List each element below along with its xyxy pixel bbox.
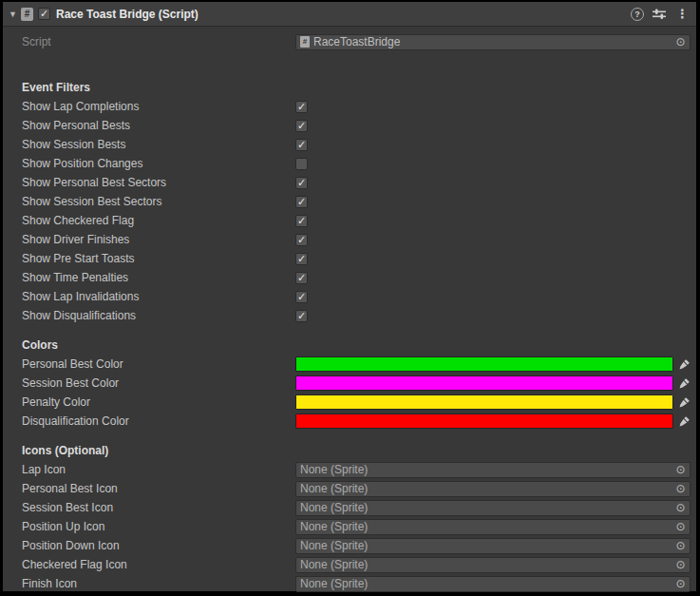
check-icon: ✓: [297, 273, 306, 283]
object-picker-icon[interactable]: ⊙: [674, 464, 687, 476]
sprite-object-field[interactable]: None (Sprite)⊙: [295, 576, 691, 592]
property-row: Penalty Color: [3, 393, 696, 412]
property-value: ✓: [295, 310, 691, 322]
check-icon: ✓: [297, 235, 306, 245]
property-value: ✓: [295, 291, 691, 303]
property-label: Disqualification Color: [22, 414, 295, 428]
sprite-object-field[interactable]: None (Sprite)⊙: [295, 481, 691, 497]
object-field-value: None (Sprite): [300, 482, 674, 495]
property-label: Show Lap Invalidations: [22, 290, 295, 303]
property-label: Show Checkered Flag: [22, 214, 295, 227]
object-picker-icon[interactable]: ⊙: [674, 502, 687, 514]
property-value: ✓: [295, 177, 691, 189]
section-header: Icons (Optional): [3, 443, 696, 458]
check-icon: ✓: [297, 102, 306, 112]
kebab-menu-icon[interactable]: ⋮: [674, 7, 691, 21]
checkbox[interactable]: ✓: [295, 177, 308, 189]
property-label: Checkered Flag Icon: [22, 558, 295, 571]
help-icon[interactable]: ?: [631, 8, 644, 21]
checkbox[interactable]: ✓: [295, 196, 308, 208]
checkbox[interactable]: ✓: [295, 272, 308, 284]
property-value: None (Sprite)⊙: [295, 576, 691, 592]
object-field-value: None (Sprite): [300, 501, 674, 514]
section-header: Colors: [3, 337, 696, 353]
object-field-value: RaceToastBridge: [313, 35, 674, 48]
object-picker-icon[interactable]: ⊙: [674, 521, 687, 533]
property-row: Show Time Penalties✓: [3, 268, 696, 287]
property-row: Show Session Bests✓: [3, 135, 696, 154]
property-value: ✓: [295, 139, 691, 151]
object-picker-icon[interactable]: ⊙: [674, 559, 687, 571]
color-swatch[interactable]: [295, 413, 673, 429]
color-swatch[interactable]: [295, 375, 673, 391]
property-row: Checkered Flag IconNone (Sprite)⊙: [3, 555, 696, 574]
component-title: Race Toast Bridge (Script): [56, 8, 631, 21]
checkbox[interactable]: ✓: [295, 291, 308, 303]
eyedropper-icon[interactable]: [673, 358, 691, 371]
check-icon: ✓: [297, 254, 306, 264]
sprite-object-field[interactable]: None (Sprite)⊙: [295, 519, 691, 535]
color-swatch[interactable]: [295, 394, 673, 410]
property-label: Show Time Penalties: [22, 271, 295, 284]
component-header[interactable]: ▼ # ✓ Race Toast Bridge (Script) ? ⋮: [3, 2, 696, 27]
object-picker-icon[interactable]: ⊙: [674, 540, 687, 552]
property-label: Show Personal Bests: [22, 119, 295, 132]
check-icon: ✓: [297, 216, 306, 226]
property-row: Personal Best Color: [3, 355, 696, 374]
sprite-object-field[interactable]: None (Sprite)⊙: [295, 500, 691, 516]
foldout-arrow-icon[interactable]: ▼: [9, 10, 21, 19]
checkbox[interactable]: ✓: [295, 101, 308, 113]
eyedropper-icon[interactable]: [673, 377, 691, 390]
checkbox[interactable]: ✓: [295, 234, 308, 246]
property-row: Show Lap Completions✓: [3, 97, 696, 116]
property-row: Lap IconNone (Sprite)⊙: [3, 460, 696, 479]
property-value: None (Sprite)⊙: [295, 519, 691, 535]
property-row: Position Down IconNone (Sprite)⊙: [3, 536, 696, 555]
object-picker-icon[interactable]: ⊙: [674, 578, 687, 590]
property-label: Show Session Best Sectors: [22, 195, 295, 208]
property-label: Show Disqualifications: [22, 309, 295, 322]
property-row: Session Best IconNone (Sprite)⊙: [3, 498, 696, 517]
property-value: ✓: [295, 253, 691, 265]
property-value: ✓: [295, 120, 691, 132]
check-icon: ✓: [40, 9, 48, 19]
property-label: Finish Icon: [22, 577, 295, 590]
property-value: None (Sprite)⊙: [295, 481, 691, 497]
checkbox[interactable]: ✓: [295, 139, 308, 151]
property-row: Show Personal Bests✓: [3, 116, 696, 135]
property-label: Penalty Color: [22, 395, 295, 409]
checkbox[interactable]: ✓: [295, 120, 308, 132]
property-label: Lap Icon: [22, 463, 295, 476]
sprite-object-field[interactable]: None (Sprite)⊙: [295, 557, 691, 573]
property-label: Show Pre Start Toasts: [22, 252, 295, 265]
object-picker-icon[interactable]: ⊙: [674, 483, 687, 495]
script-object-field[interactable]: # RaceToastBridge ⊙: [295, 34, 691, 50]
presets-icon[interactable]: [653, 9, 666, 20]
object-picker-icon[interactable]: ⊙: [674, 36, 687, 48]
property-label: Session Best Color: [22, 376, 295, 390]
property-label: Show Personal Best Sectors: [22, 176, 295, 189]
script-icon: #: [21, 8, 33, 21]
property-label: Show Lap Completions: [22, 100, 295, 113]
property-row: Session Best Color: [3, 374, 696, 393]
property-value: ✓: [295, 234, 691, 246]
property-value: None (Sprite)⊙: [295, 538, 691, 554]
property-label: Position Up Icon: [22, 520, 295, 533]
eyedropper-icon[interactable]: [673, 396, 691, 409]
object-field-value: None (Sprite): [300, 577, 674, 590]
sprite-object-field[interactable]: None (Sprite)⊙: [295, 538, 691, 554]
eyedropper-icon[interactable]: [673, 415, 691, 428]
checkbox[interactable]: ✓: [295, 310, 308, 322]
check-icon: ✓: [297, 178, 306, 188]
sections-container: Event FiltersShow Lap Completions✓Show P…: [3, 80, 696, 593]
component-enabled-checkbox[interactable]: ✓: [38, 8, 50, 20]
checkbox[interactable]: ✓: [295, 253, 308, 265]
property-value: ✓: [295, 101, 691, 113]
property-row: Disqualification Color: [3, 412, 696, 431]
sprite-object-field[interactable]: None (Sprite)⊙: [295, 462, 691, 478]
color-swatch[interactable]: [295, 356, 673, 372]
property-row: Show Lap Invalidations✓: [3, 287, 696, 306]
checkbox[interactable]: ✓: [295, 215, 308, 227]
check-icon: ✓: [297, 140, 306, 150]
checkbox[interactable]: [295, 158, 308, 170]
